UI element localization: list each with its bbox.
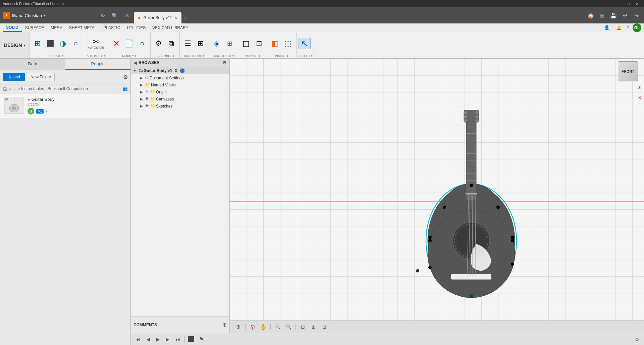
comments-title: COMMENTS: [133, 323, 221, 327]
vp-pan-button[interactable]: ✋: [259, 323, 268, 331]
refresh-button[interactable]: ↻: [98, 10, 108, 20]
origin-eye-icon[interactable]: 👁: [145, 89, 149, 94]
breadcrumb-share-icon[interactable]: 👥: [123, 86, 128, 91]
timeline-settings2[interactable]: ⚑: [197, 335, 206, 344]
press-pull-button[interactable]: ✕: [110, 39, 122, 49]
automate-label: AUTOMATE: [88, 46, 104, 49]
sidebar-settings-button[interactable]: ⚙: [123, 74, 128, 80]
midplane-button[interactable]: ⊞: [224, 40, 236, 48]
file-version[interactable]: V1: [36, 109, 44, 114]
configure-group-label: CONFIGURE ▾: [182, 54, 207, 58]
tab-plastic[interactable]: PLASTIC: [100, 23, 123, 32]
browser-item-canvases[interactable]: ▶ 👁 📁 Canvases: [131, 95, 229, 102]
timeline-play-button[interactable]: ▶: [154, 335, 162, 344]
create-sketch-button[interactable]: ⊞: [32, 39, 44, 48]
upload-button[interactable]: Upload: [3, 73, 25, 81]
automate-button[interactable]: ✂ AUTOMATE: [86, 37, 106, 50]
browser-item-origin[interactable]: ▶ 👁 📁 Origin: [131, 88, 229, 95]
select-button[interactable]: ↖: [299, 38, 311, 49]
canvases-eye-icon[interactable]: 👁: [145, 96, 149, 101]
tab-surface[interactable]: SURFACE: [22, 23, 48, 32]
minimize-button[interactable]: ─: [615, 0, 624, 7]
notifications-button[interactable]: 🔔: [615, 24, 623, 31]
user-avatar[interactable]: GL: [633, 23, 641, 32]
timeline-first-button[interactable]: ⏮: [133, 335, 142, 344]
timeline-last-button[interactable]: ⏭: [174, 335, 182, 344]
joint-button[interactable]: ⚙: [153, 39, 165, 48]
grid-view-button[interactable]: ⊞: [597, 10, 607, 20]
vp-display-button[interactable]: ⊟: [299, 323, 307, 331]
sidebar-tab-people[interactable]: People: [65, 59, 131, 70]
doc-tab-close[interactable]: ✕: [174, 16, 177, 20]
tab-utilities[interactable]: UTILITIES: [123, 23, 149, 32]
browser-item-named-views[interactable]: ▶ 📁 Named Views: [131, 81, 229, 88]
timeline-prev-button[interactable]: ◀: [144, 335, 152, 344]
new-folder-button[interactable]: New Folder: [27, 73, 55, 81]
fillet-button[interactable]: 📄: [123, 39, 136, 48]
file-info: ● Guitar Body 2/21/24 G V1 ▾: [28, 97, 126, 115]
root-dot-icon: 🔵: [180, 68, 185, 73]
svg-point-51: [511, 262, 514, 266]
browser-settings-button[interactable]: ⚙: [222, 60, 227, 65]
browser-root-item[interactable]: ▼ 🗂 Guitar Body v1 ⚙ 🔵: [131, 67, 229, 74]
measure-button[interactable]: ◫: [240, 39, 252, 48]
vp-grid-button[interactable]: ⊡: [320, 323, 329, 331]
breadcrumb-ellipsis[interactable]: ...: [13, 86, 16, 91]
new-tab-button[interactable]: +: [181, 14, 191, 22]
account-button[interactable]: 👤: [603, 24, 610, 31]
named-views-label: Named Views: [151, 83, 176, 87]
sketches-eye-icon[interactable]: 👁: [145, 104, 149, 109]
tab-mesh[interactable]: MESH: [47, 23, 66, 32]
version-dropdown-arrow[interactable]: ▾: [46, 110, 47, 113]
extrude-button[interactable]: ⬛: [44, 40, 56, 48]
vp-nav-button-1[interactable]: ⊕: [234, 323, 243, 331]
file-item-guitar[interactable]: ● Guitar Body 2/21/24 G V1 ▾: [0, 93, 130, 118]
select-icon: ↖: [301, 39, 308, 48]
search-button[interactable]: 🔍: [110, 10, 120, 20]
vp-zoom-out-button[interactable]: 🔍: [273, 323, 282, 331]
section-analysis-icon: ⊡: [256, 40, 262, 47]
offset-plane-button[interactable]: ◈: [211, 39, 223, 48]
decal-button[interactable]: ⬚: [282, 39, 294, 48]
root-settings-icon[interactable]: ⚙: [174, 68, 178, 73]
timeline-next-button[interactable]: ▶|: [164, 335, 172, 344]
insert-derive-button[interactable]: ◧: [269, 39, 281, 48]
viewcube-box[interactable]: FRONT: [618, 61, 638, 81]
redo-button[interactable]: ↪: [631, 10, 641, 20]
browser-collapse-button[interactable]: ◀: [133, 60, 137, 65]
timeline-settings-right[interactable]: ⚙: [633, 335, 641, 344]
revolve-button[interactable]: ◑: [57, 39, 69, 48]
browser-item-sketches[interactable]: ▶ 👁 📁 Sketches: [131, 102, 229, 110]
close-button[interactable]: ✕: [633, 0, 641, 7]
design-dropdown[interactable]: DESIGN ▾: [0, 32, 30, 58]
sidebar: Data People Upload New Folder ⚙ 🏠 > ... …: [0, 59, 131, 345]
home-button[interactable]: 🏠: [586, 10, 596, 20]
tab-sheet-metal[interactable]: SHEET METAL: [66, 23, 100, 32]
maximize-button[interactable]: □: [624, 0, 633, 7]
browser-item-document-settings[interactable]: ▶ ⚙ Document Settings: [131, 74, 229, 81]
chamfer-button[interactable]: ○: [136, 39, 148, 48]
tab-solid[interactable]: SOLID: [3, 23, 22, 32]
close-panel-button[interactable]: ✕: [122, 10, 132, 20]
timeline-settings1[interactable]: ⬛: [187, 335, 196, 344]
browser-title: BROWSER: [139, 60, 221, 65]
save-button[interactable]: 💾: [608, 10, 619, 20]
rule-fillet-button[interactable]: ⊞: [195, 39, 207, 48]
vp-home-button[interactable]: 🏠: [248, 323, 257, 331]
vp-visual-style-button[interactable]: ⊞: [309, 323, 318, 331]
breadcrumb-home[interactable]: 🏠: [3, 86, 8, 91]
tab-vex-cad[interactable]: VEX CAD LIBRARY: [149, 23, 192, 32]
parameters-button[interactable]: ☰: [182, 39, 194, 48]
help-button[interactable]: ?: [624, 24, 631, 31]
viewport[interactable]: FRONT Z ✕ ⊕ 🏠 ✋ 🔍 🔍: [230, 59, 644, 333]
vp-zoom-in-button[interactable]: 🔍: [284, 323, 293, 331]
comments-add-button[interactable]: ⊕: [222, 322, 227, 328]
viewcube[interactable]: FRONT: [618, 61, 641, 85]
section-analysis-button[interactable]: ⊡: [253, 39, 265, 48]
as-built-joint-button[interactable]: ⧉: [165, 39, 177, 48]
user-dropdown-arrow[interactable]: ▾: [44, 14, 46, 17]
sidebar-tab-data[interactable]: Data: [0, 59, 65, 70]
undo-button[interactable]: ↩: [620, 10, 630, 20]
document-tab[interactable]: ● Guitar Body v1* ✕: [134, 12, 181, 23]
loft-button[interactable]: ○: [70, 39, 82, 48]
